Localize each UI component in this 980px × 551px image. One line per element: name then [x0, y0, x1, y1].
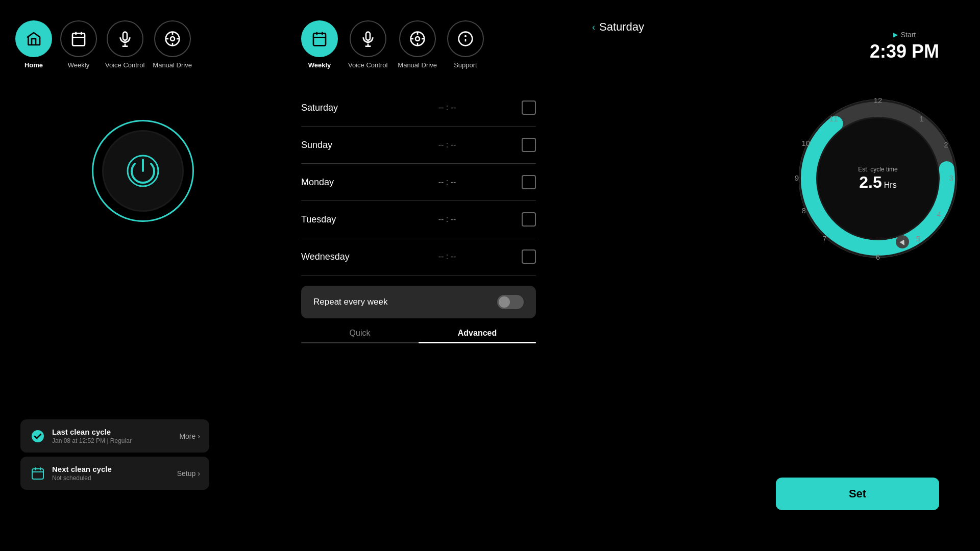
checkbox-tuesday[interactable] [522, 212, 536, 227]
set-button[interactable]: Set [776, 478, 939, 510]
schedule-row-wednesday: Wednesday -- : -- [301, 238, 536, 276]
svg-point-22 [415, 37, 420, 41]
time-sunday: -- : -- [373, 140, 522, 149]
toggle-switch[interactable] [497, 295, 524, 309]
nav-icon-weekly-center [301, 20, 338, 57]
checkbox-sunday[interactable] [522, 138, 536, 152]
day-header-text: Saturday [599, 20, 644, 34]
est-value: 2.5 [859, 173, 881, 192]
day-wednesday: Wednesday [301, 252, 373, 262]
power-button[interactable] [92, 120, 194, 222]
last-clean-more[interactable]: More › [179, 432, 200, 440]
day-header-chevron-icon: ‹ [592, 22, 595, 33]
nav-icon-voice-left [107, 20, 143, 57]
joystick-icon-left [164, 31, 181, 47]
checkbox-wednesday[interactable] [522, 249, 536, 264]
left-panel: Home Weekly [0, 0, 286, 551]
nav-icon-voice-center [350, 20, 386, 57]
day-header[interactable]: ‹ Saturday [592, 20, 644, 34]
next-clean-card: Next clean cycle Not scheduled Setup › [20, 457, 209, 490]
nav-label-support: Support [454, 61, 477, 69]
nav-icon-manual-left [154, 20, 191, 57]
nav-label-voice-left: Voice Control [105, 61, 144, 69]
day-monday: Monday [301, 177, 373, 188]
info-icon [457, 31, 474, 47]
nav-icon-weekly-left [60, 20, 97, 57]
start-value: 2:39 PM [870, 41, 939, 62]
nav-item-manual-center[interactable]: Manual Drive [398, 20, 437, 69]
nav-item-manual-left[interactable]: Manual Drive [153, 20, 192, 69]
toggle-knob [499, 296, 510, 308]
nav-label-weekly-left: Weekly [68, 61, 89, 69]
calendar-icon-center [311, 31, 328, 47]
day-saturday: Saturday [301, 103, 373, 113]
center-nav: Weekly Voice Control [286, 0, 551, 79]
svg-point-13 [32, 430, 44, 442]
clock-container: 12 1 2 3 4 5 6 7 8 9 10 11 Est. cycl [791, 92, 965, 265]
last-clean-subtitle: Jan 08 at 12:52 PM | Regular [52, 437, 132, 444]
time-monday: -- : -- [373, 178, 522, 187]
nav-icon-support [447, 20, 484, 57]
chevron-right-icon-2: › [198, 469, 200, 478]
last-clean-text: Last clean cycle Jan 08 at 12:52 PM | Re… [52, 428, 132, 444]
schedule-row-sunday: Sunday -- : -- [301, 127, 536, 164]
check-circle-icon [31, 429, 45, 443]
nav-label-manual-center: Manual Drive [398, 61, 437, 69]
est-time-row: 2.5 Hrs [858, 173, 897, 192]
repeat-label: Repeat every week [313, 297, 388, 307]
repeat-toggle[interactable]: Repeat every week [301, 286, 536, 318]
start-text: Start [901, 31, 916, 39]
schedule-row-saturday: Saturday -- : -- [301, 89, 536, 127]
calendar-small-icon [31, 466, 45, 481]
next-clean-setup[interactable]: Setup › [177, 469, 200, 478]
next-clean-text: Next clean cycle Not scheduled [52, 465, 112, 482]
checkbox-saturday[interactable] [522, 101, 536, 115]
play-icon: ▶ [893, 31, 898, 38]
home-icon [26, 31, 42, 47]
est-unit: Hrs [884, 181, 897, 190]
right-panel: ‹ Saturday ▶ Start 2:39 PM 12 1 2 3 4 [551, 0, 980, 551]
nav-item-home[interactable]: Home [15, 20, 52, 69]
time-saturday: -- : -- [373, 103, 522, 112]
info-cards: Last clean cycle Jan 08 at 12:52 PM | Re… [20, 419, 209, 490]
next-clean-icon [30, 465, 46, 482]
schedule-row-tuesday: Tuesday -- : -- [301, 201, 536, 238]
tab-quick[interactable]: Quick [301, 329, 419, 342]
day-tuesday: Tuesday [301, 214, 373, 225]
chevron-right-icon: › [198, 432, 200, 440]
last-clean-card: Last clean cycle Jan 08 at 12:52 PM | Re… [20, 419, 209, 453]
last-clean-more-label: More [179, 432, 195, 440]
joystick-icon-center [409, 31, 426, 47]
last-clean-left: Last clean cycle Jan 08 at 12:52 PM | Re… [30, 428, 132, 444]
nav-item-weekly-center[interactable]: Weekly [301, 20, 338, 69]
schedule-row-monday: Monday -- : -- [301, 164, 536, 201]
tab-advanced[interactable]: Advanced [419, 329, 536, 342]
svg-point-34 [941, 169, 954, 183]
power-icon [122, 151, 163, 191]
nav-label-weekly-center: Weekly [308, 61, 331, 69]
nav-item-voice-left[interactable]: Voice Control [105, 20, 144, 69]
svg-point-7 [170, 37, 175, 41]
next-clean-title: Next clean cycle [52, 465, 112, 473]
tabs-container: Quick Advanced [301, 329, 536, 343]
svg-rect-14 [32, 469, 43, 479]
nav-label-home: Home [24, 61, 43, 69]
voice-icon-left [117, 31, 133, 47]
nav-item-weekly-left[interactable]: Weekly [60, 20, 97, 69]
power-inner [102, 130, 184, 212]
nav-label-manual-left: Manual Drive [153, 61, 192, 69]
nav-icon-manual-center [399, 20, 436, 57]
tabs-row: Quick Advanced [301, 329, 536, 342]
time-tuesday: -- : -- [373, 215, 522, 224]
start-label: ▶ Start [870, 31, 939, 39]
tab-underline-bar [301, 342, 536, 343]
checkbox-monday[interactable] [522, 175, 536, 189]
next-clean-left: Next clean cycle Not scheduled [30, 465, 112, 482]
tab-underline-active [419, 342, 536, 343]
voice-icon-center [360, 31, 376, 47]
nav-label-voice-center: Voice Control [348, 61, 387, 69]
clock-center-text: Est. cycle time 2.5 Hrs [858, 166, 897, 192]
nav-item-voice-center[interactable]: Voice Control [348, 20, 387, 69]
nav-item-support[interactable]: Support [447, 20, 484, 69]
schedule-list: Saturday -- : -- Sunday -- : -- Monday -… [286, 79, 551, 276]
